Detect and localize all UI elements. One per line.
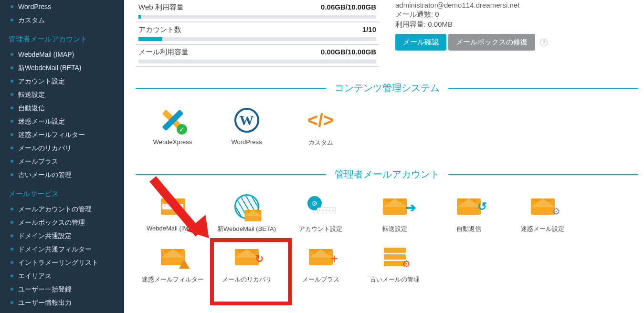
section-title: コンテンツ管理システム: [326, 82, 448, 94]
tile-label: 転送設定: [359, 225, 431, 233]
sidebar-item-forward-settings[interactable]: 転送設定: [0, 88, 124, 101]
tile-label: 迷惑メールフィルター: [137, 275, 209, 284]
sidebar-item-bulk-users[interactable]: ユーザー一括登録: [0, 282, 124, 296]
tile-webdexpress[interactable]: ✓ WebdeXpress: [136, 103, 210, 154]
repair-mailbox-button[interactable]: メールボックスの修復: [448, 34, 535, 51]
sidebar-item-label: メールのリカバリ: [18, 141, 72, 155]
usage-bar: [138, 15, 376, 19]
usage-row-web: Web 利用容量 0.06GB/10.00GB: [136, 0, 379, 21]
usage-row-accounts: アカウント数 1/10: [136, 21, 379, 44]
tile-spam-settings[interactable]: ⚙ 迷惑メール設定: [506, 189, 580, 240]
tile-label: 古いメールの管理: [359, 275, 431, 284]
sidebar-item-domain-common-filter[interactable]: ドメイン共通フィルター: [0, 242, 124, 256]
account-key-icon: ⊘＊＊＊＊＊: [307, 196, 334, 217]
custom-code-icon: </>: [307, 110, 334, 131]
sidebar-item-label: ドメイン共通フィルター: [18, 242, 92, 256]
sidebar-item-label: WordPress: [18, 0, 51, 13]
mailbox-count: メール通数: 0: [395, 10, 638, 19]
wordpress-icon: W: [234, 108, 259, 133]
usage-bar: [138, 37, 376, 41]
sidebar-item-label: イントラメーリングリスト: [18, 256, 98, 269]
main-content: Web 利用容量 0.06GB/10.00GB アカウント数 1/10 メール利…: [124, 0, 644, 313]
sidebar-item-spam-settings[interactable]: 迷惑メール設定: [0, 115, 124, 128]
webdexpress-icon: ✓: [160, 108, 185, 133]
usage-row-mail: メール利用容量 0.00GB/10.00GB: [136, 44, 379, 67]
usage-value: 0.06GB/10.00GB: [321, 3, 376, 11]
sidebar-item-alias[interactable]: エイリアス: [0, 269, 124, 282]
sidebar-item-label: WebdeMail (IMAP): [18, 48, 74, 61]
tile-label: メールのリカバリ: [211, 275, 283, 284]
sidebar-item-mail-recovery[interactable]: メールのリカバリ: [0, 141, 124, 155]
sidebar-heading-web-service: Web サービス: [0, 309, 124, 313]
check-mail-button[interactable]: メール確認: [395, 34, 446, 51]
tile-spam-filter[interactable]: 迷惑メールフィルター: [136, 240, 210, 291]
mailbox-size: 利用容量: 0.00MB: [395, 20, 638, 29]
sidebar-item-webdemail-beta[interactable]: 新WebdeMail (BETA): [0, 61, 124, 74]
tile-label: 新WebdeMail (BETA): [211, 225, 283, 233]
sidebar-heading-mail-service: メールサービス: [0, 181, 124, 202]
tile-autoreply[interactable]: ↺ 自動返信: [432, 189, 506, 240]
help-icon[interactable]: ?: [540, 39, 548, 46]
mail-spam-settings-icon: ⚙: [531, 198, 555, 215]
sidebar-item-mail-plus[interactable]: メールプラス: [0, 155, 124, 168]
sidebar-heading-admin-mail: 管理者メールアカウント: [0, 27, 124, 48]
sidebar-item-label: ドメイン共通設定: [18, 229, 72, 242]
sidebar-item-spam-filter[interactable]: 迷惑メールフィルター: [0, 128, 124, 141]
sidebar-item-label: 迷惑メール設定: [18, 115, 65, 128]
tile-custom[interactable]: </> カスタム: [284, 103, 358, 154]
section-title: 管理者メールアカウント: [326, 168, 448, 181]
mailbox-panel: administrator@demo114.dreamersi.net メール通…: [393, 0, 638, 67]
mail-plus-icon: ＋: [309, 249, 333, 265]
sidebar-item-mail-accounts[interactable]: メールアカウントの管理: [0, 202, 124, 216]
mail-imap-icon: ＊＊＊＊＊: [161, 198, 185, 215]
sidebar-item-account-settings[interactable]: アカウント設定: [0, 74, 124, 88]
tile-label: WordPress: [211, 138, 283, 146]
sidebar-item-label: 迷惑メールフィルター: [18, 128, 85, 141]
tile-wordpress[interactable]: W WordPress: [210, 103, 284, 154]
tile-label: アカウント設定: [285, 225, 357, 233]
tile-old-mail[interactable]: ⚙ 古いメールの管理: [358, 240, 432, 291]
sidebar-item-label: アカウント設定: [18, 74, 65, 88]
tile-webdemail-beta[interactable]: 新WebdeMail (BETA): [210, 189, 284, 240]
tile-mail-plus[interactable]: ＋ メールプラス: [284, 240, 358, 291]
mail-forward-icon: ➔: [383, 198, 407, 215]
tile-label: WebdeXpress: [137, 138, 209, 146]
sidebar-item-label: ユーザー一括登録: [18, 282, 72, 296]
tile-label: カスタム: [285, 138, 357, 147]
sidebar-item-label: カスタム: [18, 13, 45, 27]
tile-label: 自動返信: [433, 225, 505, 233]
sidebar: WordPress カスタム 管理者メールアカウント WebdeMail (IM…: [0, 0, 124, 313]
tile-mail-recovery[interactable]: ↻ メールのリカバリ: [210, 240, 284, 291]
tile-account-settings[interactable]: ⊘＊＊＊＊＊ アカウント設定: [284, 189, 358, 240]
sidebar-item-intra-mailing-list[interactable]: イントラメーリングリスト: [0, 256, 124, 269]
usage-label: Web 利用容量: [138, 3, 184, 12]
mail-spam-filter-icon: [161, 249, 185, 265]
sidebar-item-label: エイリアス: [18, 269, 52, 282]
section-divider-cms: コンテンツ管理システム: [136, 82, 638, 94]
section-divider-admin-mail: 管理者メールアカウント: [136, 168, 638, 181]
usage-value: 0.00GB/10.00GB: [321, 48, 376, 56]
sidebar-item-label: ユーザー情報出力: [18, 296, 72, 309]
mail-tile-grid: ＊＊＊＊＊ WebdeMail (IMAP) 新WebdeMail (BETA)…: [136, 189, 638, 291]
tile-label: メールプラス: [285, 275, 357, 284]
tile-label: 迷惑メール設定: [507, 225, 579, 233]
usage-label: アカウント数: [138, 25, 181, 34]
sidebar-item-domain-common-settings[interactable]: ドメイン共通設定: [0, 229, 124, 242]
mail-archive-icon: ⚙: [384, 248, 406, 267]
sidebar-item-user-export[interactable]: ユーザー情報出力: [0, 296, 124, 309]
sidebar-item-webdemail-imap[interactable]: WebdeMail (IMAP): [0, 48, 124, 61]
sidebar-item-mailbox-mgmt[interactable]: メールボックスの管理: [0, 216, 124, 229]
usage-bar: [138, 60, 376, 63]
mail-recovery-icon: ↻: [235, 249, 259, 265]
tile-forward-settings[interactable]: ➔ 転送設定: [358, 189, 432, 240]
sidebar-item-old-mail[interactable]: 古いメールの管理: [0, 168, 124, 181]
tile-webdemail-imap[interactable]: ＊＊＊＊＊ WebdeMail (IMAP): [136, 189, 210, 240]
cms-tile-grid: ✓ WebdeXpress W WordPress </> カスタム: [136, 103, 638, 154]
usage-label: メール利用容量: [138, 48, 189, 57]
sidebar-item-wordpress[interactable]: WordPress: [0, 0, 124, 13]
sidebar-item-autoreply[interactable]: 自動返信: [0, 101, 124, 115]
sidebar-item-label: 古いメールの管理: [18, 168, 72, 181]
sidebar-item-custom[interactable]: カスタム: [0, 13, 124, 27]
sidebar-item-label: 自動返信: [18, 101, 45, 115]
sidebar-item-label: メールプラス: [18, 155, 58, 168]
